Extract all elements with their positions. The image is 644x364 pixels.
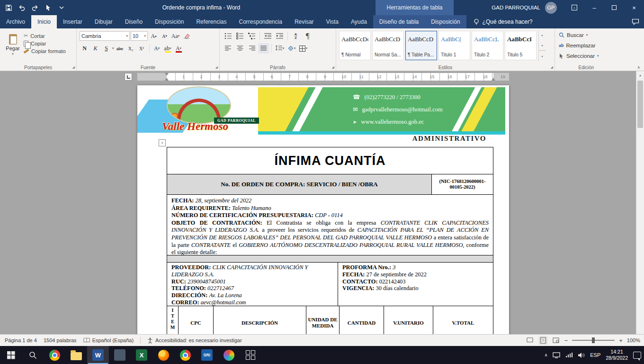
tab-archivo[interactable]: Archivo [0,15,31,28]
redo-button[interactable] [29,1,41,14]
bold-button[interactable]: N [80,44,89,54]
tab-ayuda[interactable]: Ayuda [345,15,373,28]
scrollbar-thumb[interactable] [637,81,643,128]
tab-referencias[interactable]: Referencias [190,15,233,28]
font-dialog-launcher[interactable]: ◢ [215,65,218,69]
change-case-button[interactable]: Aa▾ [170,31,180,41]
taskbar-excel[interactable]: X [131,346,152,364]
collapse-ribbon-icon[interactable]: ∧ [637,65,640,70]
page-indicator[interactable]: Página 1 de 4 [5,337,37,343]
style-table-pa[interactable]: AaBbCcD¶ Table Pa... [405,31,437,60]
style-titulo-2[interactable]: AaBbCcLTitulo 2 [472,31,503,60]
accessibility-status[interactable]: Accesibilidad: es necesario investigar [147,337,242,344]
align-left-button[interactable] [223,43,233,54]
tray-expand-icon[interactable]: ∧ [545,353,548,357]
format-painter-button[interactable]: Copiar formato [24,48,66,54]
zoom-level[interactable]: 100% [627,337,640,343]
highlight-button[interactable]: ab▾ [163,44,173,54]
web-layout-button[interactable] [552,337,560,345]
table-move-handle[interactable]: + [159,139,166,146]
taskbar-chrome[interactable] [44,346,65,364]
clipboard-dialog-launcher[interactable]: ◢ [72,65,75,69]
left-indent-marker[interactable] [165,78,169,81]
comments-icon[interactable] [632,18,639,25]
document-page[interactable]: ☎(02)2773220 / 2773300 ✉gadprvallehermos… [137,85,509,334]
strikethrough-button[interactable]: abe [115,44,125,54]
minimize-button[interactable]: – [584,0,604,15]
taskbar-sri[interactable]: SRi [196,346,218,364]
line-spacing-button[interactable]: ▾ [274,43,285,54]
keyboard-language[interactable]: ESP [590,352,600,358]
clear-formatting-button[interactable] [181,31,191,41]
styles-scroll[interactable]: ▴ ▾ ▾ [538,30,546,61]
tab-vista[interactable]: Vista [320,15,345,28]
select-button[interactable]: Seleccionar▾ [557,51,616,61]
paragraph-dialog-launcher[interactable]: ◢ [332,65,334,69]
superscript-button[interactable]: X² [137,44,147,54]
taskbar-chrome-2[interactable] [174,346,196,364]
taskbar-search-button[interactable] [22,346,44,364]
network-tray-icon[interactable] [565,352,572,358]
context-tab-diseno-de-tabla[interactable]: Diseño de tabla [373,15,425,28]
style-titulo-5[interactable]: AaBbCcITitulo 5 [505,31,537,60]
context-tab-disposicion[interactable]: Disposición [425,15,466,28]
replace-button[interactable]: ab Reemplazar [557,40,616,51]
subscript-button[interactable]: X₂ [126,44,136,54]
volume-tray-icon[interactable] [578,352,585,358]
shrink-font-button[interactable]: A▾ [160,31,170,41]
tab-correspondencia[interactable]: Correspondencia [233,15,288,28]
underline-button[interactable]: S [101,44,111,54]
zoom-slider[interactable] [572,340,615,341]
borders-button[interactable]: ▾ [298,43,309,54]
tab-inicio[interactable]: Inicio [31,15,57,28]
undo-button[interactable] [16,1,27,14]
language-indicator[interactable]: Español (España) [83,337,134,343]
print-layout-button[interactable] [539,337,547,345]
display-tray-icon[interactable] [553,352,560,358]
account-avatar[interactable]: GP [545,2,557,14]
zoom-out-button[interactable]: − [564,337,568,344]
grow-font-button[interactable]: A▴ [149,31,159,41]
italic-button[interactable]: K [90,44,100,54]
numbered-list-button[interactable] [234,31,245,41]
scroll-up-icon[interactable]: ▴ [636,71,644,79]
close-button[interactable]: × [624,0,644,15]
sort-button[interactable]: AZ [290,31,301,41]
bullet-list-button[interactable] [223,31,233,41]
touch-mode-button[interactable] [43,1,54,14]
font-size-select[interactable]: 10▾ [131,31,148,41]
tab-insertar[interactable]: Insertar [57,15,89,28]
style-normal[interactable]: AaBbCcDc¶ Normal [339,31,371,60]
zoom-in-button[interactable]: + [619,337,623,344]
increase-indent-button[interactable] [274,31,285,41]
tab-disposicion[interactable]: Disposición [149,15,190,28]
align-center-button[interactable] [234,43,245,54]
maximize-button[interactable] [604,0,624,15]
first-line-indent-marker[interactable] [165,73,169,76]
taskbar-app-window[interactable] [109,346,131,364]
action-center-button[interactable] [633,352,641,359]
tab-selector[interactable] [125,73,132,81]
taskbar-clock[interactable]: 14:21 28/9/2022 [606,349,628,361]
styles-dialog-launcher[interactable]: ◢ [551,65,553,69]
show-marks-button[interactable]: ¶ [302,31,313,41]
cut-button[interactable]: ✂Cortar [24,33,66,39]
shading-button[interactable]: ▾ [286,43,297,54]
tab-diseno[interactable]: Diseño [119,15,149,28]
save-button[interactable] [3,1,14,14]
font-color-button[interactable]: A▾ [174,44,184,54]
style-normal-sa[interactable]: AaBbCcD dENormal Sa... [372,31,404,60]
ribbon-display-options-button[interactable]: ^ [564,0,584,15]
decrease-indent-button[interactable] [262,31,273,41]
read-mode-button[interactable] [526,337,535,345]
word-count[interactable]: 1504 palabras [44,337,77,343]
taskbar-app-colorful[interactable] [218,346,240,364]
align-right-button[interactable] [246,43,257,54]
account-name[interactable]: GAD PARROQUIAL [492,5,540,10]
right-indent-marker[interactable] [492,78,495,81]
text-effects-button[interactable]: A▾ [152,44,162,54]
tab-revisar[interactable]: Revisar [288,15,320,28]
tab-dibujar[interactable]: Dibujar [89,15,119,28]
style-titulo-1[interactable]: AaBbC(Titulo 1 [438,31,470,60]
paste-button[interactable]: Pegar ▾ [2,30,24,60]
